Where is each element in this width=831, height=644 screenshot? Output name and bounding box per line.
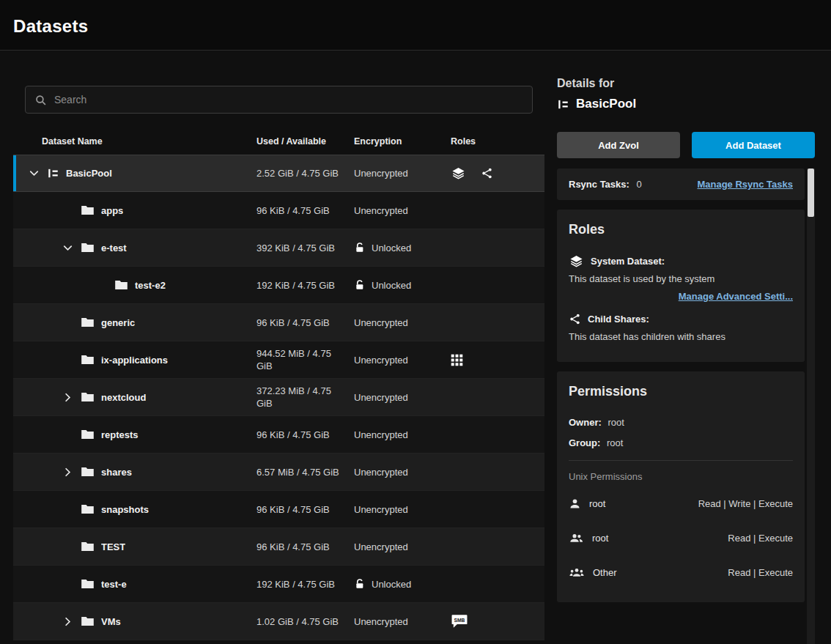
system-dataset-icon	[569, 255, 584, 267]
encryption-cell: Unlocked	[354, 279, 451, 292]
dataset-tree-body: BasicPool2.52 GiB / 4.75 GiBUnencrypteda…	[13, 155, 544, 640]
encryption-cell: Unencrypted	[354, 616, 451, 627]
folder-icon	[81, 466, 95, 478]
dataset-row-e-test[interactable]: e-test392 KiB / 4.75 GiBUnlocked	[13, 229, 544, 267]
unix-permission-entry: rootRead | Write | Execute	[569, 486, 793, 521]
folder-icon	[81, 615, 95, 627]
used-available-cell: 944.52 MiB / 4.75 GiB	[256, 347, 354, 372]
expand-chevron-icon[interactable]	[59, 389, 76, 405]
roles-cell: SMB	[451, 614, 544, 629]
rsync-tasks-label: Rsync Tasks:	[569, 179, 629, 190]
expander-spacer	[59, 576, 76, 592]
encryption-cell: Unencrypted	[354, 467, 451, 478]
add-zvol-button[interactable]: Add Zvol	[557, 132, 680, 158]
unlock-icon	[354, 578, 366, 591]
rsync-tasks-card: Rsync Tasks: 0 Manage Rsync Tasks	[557, 169, 805, 200]
used-available-cell: 192 KiB / 4.75 GiB	[256, 279, 354, 292]
column-header-dataset-name: Dataset Name	[13, 136, 256, 147]
folder-icon	[81, 317, 95, 328]
datasets-tree-panel: Dataset Name Used / Available Encryption…	[13, 51, 544, 644]
collapse-chevron-icon[interactable]	[59, 240, 76, 256]
unlock-icon	[354, 279, 366, 292]
roles-cell	[451, 354, 544, 366]
used-available-cell: 192 KiB / 4.75 GiB	[256, 578, 354, 591]
search-icon	[34, 94, 47, 106]
dataset-name: reptests	[101, 429, 138, 440]
dataset-row-ix-applications[interactable]: ix-applications944.52 MiB / 4.75 GiBUnen…	[13, 341, 544, 379]
collapse-chevron-icon[interactable]	[25, 166, 43, 182]
search-input[interactable]	[54, 94, 523, 106]
permissions-card: Permissions Owner: root Group: root Unix…	[557, 371, 805, 602]
permissions-title: Permissions	[569, 384, 793, 399]
group-label: Group:	[569, 437, 600, 448]
encryption-cell: Unencrypted	[354, 355, 451, 366]
dataset-row-apps[interactable]: apps96 KiB / 4.75 GiBUnencrypted	[13, 192, 544, 229]
dataset-name: generic	[101, 317, 135, 328]
apps-role-icon	[451, 354, 463, 366]
encryption-cell: Unencrypted	[354, 504, 451, 515]
dataset-row-test-e[interactable]: test-e192 KiB / 4.75 GiBUnlocked	[13, 566, 544, 603]
dataset-row-reptests[interactable]: reptests96 KiB / 4.75 GiBUnencrypted	[13, 416, 544, 454]
others-icon	[569, 566, 585, 579]
encryption-cell: Unencrypted	[354, 429, 451, 440]
add-dataset-button[interactable]: Add Dataset	[692, 132, 815, 158]
dataset-row-test-e2[interactable]: test-e2192 KiB / 4.75 GiBUnlocked	[13, 267, 544, 304]
folder-icon	[81, 391, 95, 403]
dataset-name-cell: apps	[13, 202, 256, 218]
dataset-name: TEST	[101, 541, 125, 552]
dataset-row-generic[interactable]: generic96 KiB / 4.75 GiBUnencrypted	[13, 304, 544, 341]
dataset-name: shares	[101, 467, 132, 478]
encryption-cell: Unlocked	[354, 578, 451, 591]
column-header-roles: Roles	[451, 136, 544, 147]
used-available-cell: 392 KiB / 4.75 GiB	[256, 242, 354, 254]
details-dataset-title: BasicPool	[557, 97, 815, 111]
dataset-name-cell: shares	[13, 464, 256, 480]
details-scrollbar-thumb[interactable]	[808, 169, 814, 217]
group-icon	[569, 532, 584, 544]
folder-icon	[81, 429, 95, 440]
expand-chevron-icon[interactable]	[59, 613, 76, 629]
dataset-name: test-e	[101, 579, 127, 590]
dataset-name: BasicPool	[66, 168, 112, 179]
folder-icon	[81, 354, 95, 366]
dataset-row-BasicPool[interactable]: BasicPool2.52 GiB / 4.75 GiBUnencrypted	[13, 155, 544, 192]
used-available-cell: 96 KiB / 4.75 GiB	[256, 317, 354, 329]
dataset-row-shares[interactable]: shares6.57 MiB / 4.75 GiBUnencrypted	[13, 454, 544, 491]
manage-rsync-tasks-link[interactable]: Manage Rsync Tasks	[697, 179, 793, 190]
folder-icon	[114, 279, 128, 291]
child-shares-icon	[481, 167, 493, 179]
used-available-cell: 96 KiB / 4.75 GiB	[256, 429, 354, 441]
dataset-name: VMs	[101, 616, 121, 627]
dataset-name-cell: test-e2	[13, 277, 256, 293]
folder-icon	[81, 578, 95, 590]
details-scrollbar-track[interactable]	[807, 169, 815, 644]
used-available-cell: 6.57 MiB / 4.75 GiB	[256, 466, 354, 478]
folder-icon	[81, 242, 95, 253]
datasets-content: Dataset Name Used / Available Encryption…	[0, 51, 831, 644]
owner-value: root	[607, 417, 624, 428]
permission-access: Read | Write | Execute	[698, 498, 793, 509]
permission-access: Read | Execute	[728, 533, 793, 544]
dataset-row-VMs[interactable]: VMs1.02 GiB / 4.75 GiBUnencryptedSMB	[13, 603, 544, 640]
dataset-row-nextcloud[interactable]: nextcloud372.23 MiB / 4.75 GiBUnencrypte…	[13, 379, 544, 416]
dataset-name-cell: snapshots	[13, 501, 256, 517]
manage-advanced-settings-link[interactable]: Manage Advanced Setti...	[679, 291, 793, 302]
used-available-cell: 96 KiB / 4.75 GiB	[256, 503, 354, 516]
unix-permissions-list: rootRead | Write | ExecuterootRead | Exe…	[569, 486, 793, 590]
dataset-row-snapshots[interactable]: snapshots96 KiB / 4.75 GiBUnencrypted	[13, 491, 544, 528]
details-scroll-area: Rsync Tasks: 0 Manage Rsync Tasks Roles …	[557, 169, 815, 644]
roles-card: Roles System Dataset: This dataset is us…	[557, 210, 805, 362]
permission-who: root	[589, 498, 605, 509]
expand-chevron-icon[interactable]	[59, 464, 76, 480]
dataset-row-TEST[interactable]: TEST96 KiB / 4.75 GiBUnencrypted	[13, 528, 544, 566]
expander-spacer	[59, 426, 76, 443]
system-dataset-description: This dataset is used by the system	[569, 273, 793, 284]
expander-spacer	[59, 202, 76, 218]
details-actions: Add Zvol Add Dataset	[557, 132, 815, 158]
search-box[interactable]	[25, 86, 533, 114]
dataset-root-icon	[47, 167, 59, 179]
owner-label: Owner:	[569, 417, 602, 428]
roles-cell	[451, 167, 544, 179]
column-header-encryption: Encryption	[354, 136, 451, 147]
encryption-cell: Unencrypted	[354, 541, 451, 552]
